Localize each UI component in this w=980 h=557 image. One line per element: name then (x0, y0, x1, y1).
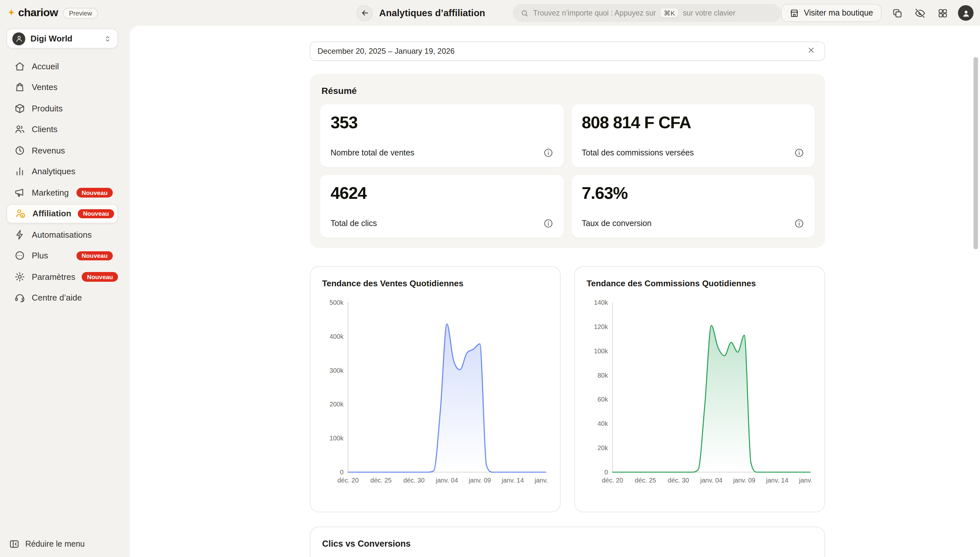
info-icon[interactable] (794, 148, 804, 158)
copy-button[interactable] (890, 6, 904, 20)
commissions-trend-chart: 020k40k60k80k100k120k140kdéc. 20déc. 25d… (586, 296, 814, 492)
workspace-name: Digi World (31, 34, 73, 43)
sidebar-item-label: Paramètres (32, 272, 75, 282)
clicks-vs-conversions-title: Clics vs Conversions (322, 539, 813, 549)
user-avatar[interactable] (958, 5, 973, 21)
sparkle-logo-icon (7, 8, 16, 18)
sidebar-nav: Accueil Ventes Produits Clients Revenus … (7, 56, 118, 308)
info-icon[interactable] (543, 148, 553, 158)
svg-text:janv. 04: janv. 04 (436, 477, 458, 484)
sales-trend-title: Tendance des Ventes Quotidiennes (322, 278, 548, 288)
sidebar-item-accueil[interactable]: Accueil (7, 56, 118, 76)
search-placeholder-prefix: Trouvez n’importe quoi : Appuyez sur (533, 9, 656, 17)
apps-grid-button[interactable] (935, 6, 949, 20)
preview-badge: Preview (63, 7, 98, 18)
svg-text:300k: 300k (330, 367, 344, 374)
svg-text:déc. 20: déc. 20 (337, 477, 359, 484)
stat-card-total-sales: 353 Nombre total de ventes (320, 104, 564, 167)
chevrons-up-down-icon (103, 34, 112, 43)
sidebar-item-plus[interactable]: Plus Nouveau (7, 246, 118, 265)
svg-text:janv. 14: janv. 14 (501, 477, 524, 484)
chariow-logo[interactable]: chariow (7, 7, 58, 20)
nouveau-badge: Nouveau (82, 272, 118, 282)
svg-text:déc. 25: déc. 25 (371, 477, 392, 484)
sidebar-item-parametres[interactable]: Paramètres Nouveau (7, 267, 118, 287)
sales-trend-card: Tendance des Ventes Quotidiennes 0100k20… (310, 266, 561, 512)
more-circle-icon (14, 250, 25, 261)
sidebar-item-analytiques[interactable]: Analytiques (7, 161, 118, 181)
info-icon[interactable] (794, 218, 804, 229)
sidebar-item-affiliation[interactable]: $ Affiliation Nouveau (7, 204, 118, 223)
sidebar-item-label: Centre d’aide (32, 293, 82, 303)
summary-title: Résumé (322, 85, 815, 96)
stat-label: Taux de conversion (582, 219, 652, 228)
stat-card-conversion-rate: 7.63% Taux de conversion (571, 175, 815, 238)
sidebar-item-clients[interactable]: Clients (7, 119, 118, 139)
workspace-selector[interactable]: Digi World (7, 28, 118, 49)
home-icon (14, 61, 25, 72)
vertical-scrollbar[interactable] (973, 57, 978, 249)
top-bar: chariow Preview Analytiques d’affiliatio… (0, 0, 980, 26)
svg-text:20k: 20k (598, 444, 608, 451)
sidebar-item-label: Revenus (32, 146, 65, 155)
svg-text:500k: 500k (330, 299, 344, 306)
stat-card-total-clicks: 4624 Total de clics (320, 175, 564, 238)
stat-value: 7.63% (582, 183, 804, 204)
panel-collapse-icon (9, 539, 20, 549)
date-range-value: December 20, 2025 – January 19, 2026 (318, 47, 455, 56)
sidebar-item-marketing[interactable]: Marketing Nouveau (7, 182, 118, 202)
svg-text:janv. 09: janv. 09 (468, 477, 491, 484)
visit-store-button[interactable]: Visiter ma boutique (781, 4, 882, 22)
sidebar-item-label: Marketing (32, 188, 69, 197)
stat-value: 353 (330, 113, 553, 133)
collapse-menu-button[interactable]: Réduire le menu (9, 539, 85, 549)
stat-card-total-commissions: 808 814 F CFA Total des commissions vers… (571, 104, 815, 167)
hide-preview-button[interactable] (913, 6, 927, 20)
commissions-trend-title: Tendance des Commissions Quotidiennes (586, 278, 813, 288)
main-panel: December 20, 2025 – January 19, 2026 Rés… (130, 26, 980, 557)
sidebar-item-label: Clients (32, 125, 58, 134)
sidebar-item-label: Produits (32, 104, 62, 113)
stat-label: Total des commissions versées (582, 148, 694, 157)
sidebar-item-label: Analytiques (32, 167, 75, 176)
zap-icon (14, 229, 25, 240)
eye-off-icon (914, 7, 925, 18)
logo-wordmark: chariow (18, 7, 58, 20)
sidebar-item-automatisations[interactable]: Automatisations (7, 225, 118, 244)
svg-text:déc. 30: déc. 30 (403, 477, 425, 484)
sidebar-item-revenus[interactable]: Revenus (7, 140, 118, 160)
summary-section: Résumé 353 Nombre total de ventes 808 81… (310, 74, 825, 248)
date-range-picker[interactable]: December 20, 2025 – January 19, 2026 (310, 41, 825, 61)
stat-grid: 353 Nombre total de ventes 808 814 F CFA… (320, 104, 815, 238)
svg-text:déc. 25: déc. 25 (635, 477, 656, 484)
svg-text:$: $ (22, 214, 24, 217)
sidebar-item-label: Plus (32, 251, 48, 261)
clear-date-button[interactable] (807, 46, 817, 56)
sidebar-item-centre-aide[interactable]: Centre d’aide (7, 288, 118, 308)
sidebar-item-label: Accueil (32, 62, 59, 71)
info-icon[interactable] (543, 218, 553, 229)
collapse-menu-label: Réduire le menu (25, 539, 85, 549)
nouveau-badge: Nouveau (77, 188, 113, 197)
gear-icon (14, 271, 25, 282)
back-button[interactable] (356, 5, 373, 21)
arrow-left-icon (360, 8, 369, 18)
search-input[interactable]: Trouvez n’importe quoi : Appuyez sur ⌘K … (512, 4, 781, 22)
svg-text:100k: 100k (330, 435, 344, 442)
clicks-vs-conversions-card: Clics vs Conversions 700 (310, 526, 825, 557)
page-title: Analytiques d’affiliation (379, 8, 485, 18)
svg-text:déc. 20: déc. 20 (602, 477, 623, 484)
sidebar-item-ventes[interactable]: Ventes (7, 77, 118, 97)
sidebar-item-produits[interactable]: Produits (7, 98, 118, 118)
charts-row: Tendance des Ventes Quotidiennes 0100k20… (310, 266, 825, 512)
svg-text:janv. 19: janv. 19 (799, 477, 814, 484)
stat-value: 808 814 F CFA (582, 113, 804, 133)
search-placeholder-suffix: sur votre clavier (683, 9, 735, 17)
headset-icon (14, 292, 25, 303)
svg-text:janv. 04: janv. 04 (700, 477, 723, 484)
svg-text:400k: 400k (330, 333, 344, 340)
search-icon (520, 9, 529, 17)
stat-label: Total de clics (330, 219, 377, 228)
svg-text:janv. 14: janv. 14 (766, 477, 789, 484)
app-root: chariow Preview Analytiques d’affiliatio… (0, 0, 980, 557)
